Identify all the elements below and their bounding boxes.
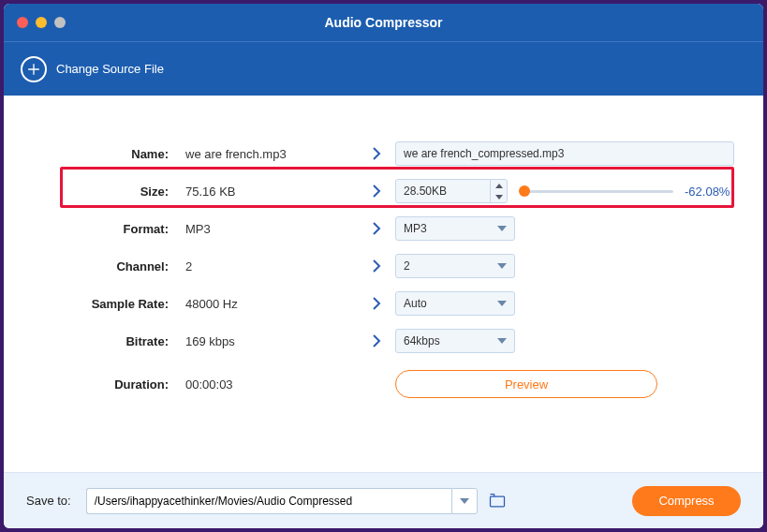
compress-button[interactable]: Compress <box>632 486 741 516</box>
row-name: Name: we are french.mp3 <box>30 135 737 172</box>
preview-button[interactable]: Preview <box>395 370 657 398</box>
open-folder-button[interactable] <box>487 491 508 511</box>
chevron-down-icon <box>460 498 469 504</box>
chevron-down-icon <box>497 263 507 269</box>
row-channel: Channel: 2 2 <box>30 247 737 285</box>
orig-samplerate: 48000 Hz <box>178 297 358 311</box>
bitrate-select-value: 64kbps <box>404 334 440 347</box>
row-size: Size: 75.16 KB 28.50KB -62.08% <box>30 172 737 210</box>
label-size: Size: <box>30 185 178 199</box>
arrow-icon <box>358 185 395 198</box>
chevron-down-icon <box>497 226 507 231</box>
save-path-dropdown[interactable] <box>451 488 478 514</box>
footer: Save to: Compress <box>4 472 763 528</box>
label-format: Format: <box>30 222 178 236</box>
label-samplerate: Sample Rate: <box>30 297 178 311</box>
orig-format: MP3 <box>178 222 358 236</box>
bitrate-select[interactable]: 64kbps <box>395 329 515 353</box>
page-title: Audio Compressor <box>4 15 763 30</box>
orig-size: 75.16 KB <box>178 185 358 199</box>
label-bitrate: Bitrate: <box>30 334 178 348</box>
row-format: Format: MP3 MP3 <box>30 210 737 247</box>
chevron-down-icon <box>497 338 507 344</box>
change-source-label[interactable]: Change Source File <box>56 62 164 76</box>
label-name: Name: <box>30 147 178 161</box>
arrow-icon <box>358 334 395 347</box>
arrow-icon <box>358 259 395 273</box>
content-area: Name: we are french.mp3 Size: 75.16 KB 2… <box>4 96 763 472</box>
subheader: Change Source File <box>4 41 763 96</box>
stepper-down-icon[interactable] <box>491 191 507 202</box>
samplerate-select-value: Auto <box>404 297 427 310</box>
row-samplerate: Sample Rate: 48000 Hz Auto <box>30 285 737 322</box>
orig-name: we are french.mp3 <box>178 147 358 161</box>
plus-circle-icon[interactable] <box>21 56 47 82</box>
arrow-icon <box>358 297 395 310</box>
titlebar: Audio Compressor <box>4 4 763 41</box>
format-select[interactable]: MP3 <box>395 216 515 241</box>
slider-thumb-icon[interactable] <box>519 185 530 197</box>
orig-duration: 00:00:03 <box>178 377 358 392</box>
output-name-field[interactable] <box>395 141 734 166</box>
channel-select-value: 2 <box>404 259 410 273</box>
arrow-icon <box>358 147 395 160</box>
orig-channel: 2 <box>178 259 358 273</box>
row-duration: Duration: 00:00:03 Preview <box>30 365 737 403</box>
size-stepper[interactable]: 28.50KB <box>395 179 508 203</box>
size-slider[interactable] <box>519 183 673 200</box>
app-window: Audio Compressor Change Source File Name… <box>4 4 763 528</box>
stepper-up-icon[interactable] <box>491 180 507 191</box>
chevron-down-icon <box>497 301 507 306</box>
arrow-icon <box>358 222 395 235</box>
save-to-label: Save to: <box>26 494 71 508</box>
samplerate-select[interactable]: Auto <box>395 291 515 316</box>
format-select-value: MP3 <box>404 222 427 235</box>
size-delta: -62.08% <box>685 185 735 199</box>
save-path-field[interactable] <box>86 488 451 514</box>
label-channel: Channel: <box>30 259 178 273</box>
orig-bitrate: 169 kbps <box>178 334 358 348</box>
label-duration: Duration: <box>30 377 178 392</box>
channel-select[interactable]: 2 <box>395 254 515 278</box>
svg-rect-0 <box>490 496 504 507</box>
size-stepper-value: 28.50KB <box>396 180 490 202</box>
row-bitrate: Bitrate: 169 kbps 64kbps <box>30 322 737 360</box>
